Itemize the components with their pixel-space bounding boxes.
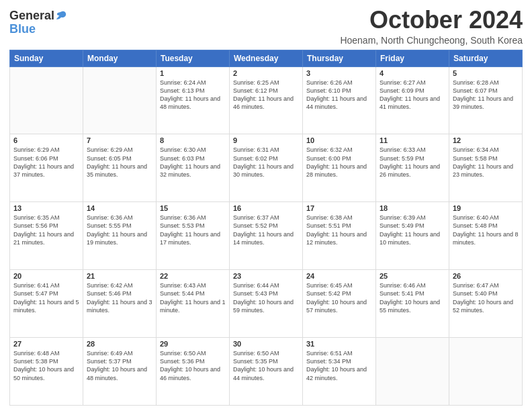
calendar-table: Sunday Monday Tuesday Wednesday Thursday… [9,50,523,406]
calendar-cell-w4-d0: 20Sunrise: 6:41 AM Sunset: 5:47 PM Dayli… [10,270,83,338]
day-info: Sunrise: 6:43 AM Sunset: 5:44 PM Dayligh… [160,281,226,314]
day-info: Sunrise: 6:25 AM Sunset: 6:12 PM Dayligh… [233,79,299,111]
location-title: Hoenam, North Chungcheong, South Korea [340,35,523,46]
day-info: Sunrise: 6:36 AM Sunset: 5:55 PM Dayligh… [87,214,152,246]
day-info: Sunrise: 6:27 AM Sunset: 6:09 PM Dayligh… [380,79,445,111]
day-info: Sunrise: 6:33 AM Sunset: 5:59 PM Dayligh… [380,146,445,179]
day-number: 17 [306,204,372,212]
calendar-cell-w5-d4: 31Sunrise: 6:51 AM Sunset: 5:34 PM Dayli… [303,338,376,406]
day-number: 4 [380,69,445,77]
day-number: 29 [160,340,226,348]
calendar-cell-w5-d6 [449,338,523,406]
calendar-cell-w2-d6: 12Sunrise: 6:34 AM Sunset: 5:58 PM Dayli… [449,134,523,202]
logo-bird-icon [55,9,67,21]
logo-text-blue: Blue [9,22,36,36]
day-info: Sunrise: 6:49 AM Sunset: 5:37 PM Dayligh… [87,349,152,382]
calendar-cell-w1-d5: 4Sunrise: 6:27 AM Sunset: 6:09 PM Daylig… [376,66,449,134]
day-info: Sunrise: 6:28 AM Sunset: 6:07 PM Dayligh… [453,79,519,111]
logo-text-general: General [9,9,54,23]
calendar-cell-w5-d2: 29Sunrise: 6:50 AM Sunset: 5:36 PM Dayli… [157,338,230,406]
calendar-cell-w1-d2: 1Sunrise: 6:24 AM Sunset: 6:13 PM Daylig… [157,66,230,134]
day-info: Sunrise: 6:50 AM Sunset: 5:35 PM Dayligh… [233,349,299,382]
day-number: 10 [306,136,372,144]
month-title: October 2024 [340,7,523,34]
day-info: Sunrise: 6:42 AM Sunset: 5:46 PM Dayligh… [87,281,152,314]
calendar-cell-w2-d5: 11Sunrise: 6:33 AM Sunset: 5:59 PM Dayli… [376,134,449,202]
calendar-cell-w4-d5: 25Sunrise: 6:46 AM Sunset: 5:41 PM Dayli… [376,270,449,338]
col-header-friday: Friday [376,50,449,66]
calendar-cell-w3-d2: 15Sunrise: 6:36 AM Sunset: 5:53 PM Dayli… [157,202,230,270]
day-info: Sunrise: 6:39 AM Sunset: 5:49 PM Dayligh… [380,214,445,246]
col-header-sunday: Sunday [10,50,83,66]
day-info: Sunrise: 6:48 AM Sunset: 5:38 PM Dayligh… [13,349,79,382]
day-number: 3 [306,69,372,77]
day-number: 6 [13,136,79,144]
day-info: Sunrise: 6:41 AM Sunset: 5:47 PM Dayligh… [13,281,79,314]
week-row-1: 1Sunrise: 6:24 AM Sunset: 6:13 PM Daylig… [10,66,523,134]
day-info: Sunrise: 6:45 AM Sunset: 5:42 PM Dayligh… [306,281,372,314]
day-number: 22 [160,272,226,280]
col-header-tuesday: Tuesday [157,50,230,66]
calendar-cell-w4-d2: 22Sunrise: 6:43 AM Sunset: 5:44 PM Dayli… [157,270,230,338]
day-number: 28 [87,340,152,348]
day-number: 27 [13,340,79,348]
day-number: 24 [306,272,372,280]
calendar-cell-w5-d0: 27Sunrise: 6:48 AM Sunset: 5:38 PM Dayli… [10,338,83,406]
calendar-cell-w3-d6: 19Sunrise: 6:40 AM Sunset: 5:48 PM Dayli… [449,202,523,270]
day-info: Sunrise: 6:38 AM Sunset: 5:51 PM Dayligh… [306,214,372,246]
day-number: 26 [453,272,519,280]
day-number: 31 [306,340,372,348]
calendar-cell-w1-d0 [10,66,83,134]
day-info: Sunrise: 6:30 AM Sunset: 6:03 PM Dayligh… [160,146,226,179]
day-number: 20 [13,272,79,280]
col-header-thursday: Thursday [303,50,376,66]
day-info: Sunrise: 6:51 AM Sunset: 5:34 PM Dayligh… [306,349,372,382]
day-number: 2 [233,69,299,77]
day-info: Sunrise: 6:34 AM Sunset: 5:58 PM Dayligh… [453,146,519,179]
day-info: Sunrise: 6:47 AM Sunset: 5:40 PM Dayligh… [453,281,519,314]
day-number: 25 [380,272,445,280]
day-info: Sunrise: 6:40 AM Sunset: 5:48 PM Dayligh… [453,214,519,246]
calendar-cell-w3-d5: 18Sunrise: 6:39 AM Sunset: 5:49 PM Dayli… [376,202,449,270]
day-info: Sunrise: 6:36 AM Sunset: 5:53 PM Dayligh… [160,214,226,246]
calendar-cell-w2-d3: 9Sunrise: 6:31 AM Sunset: 6:02 PM Daylig… [230,134,303,202]
day-number: 12 [453,136,519,144]
day-info: Sunrise: 6:24 AM Sunset: 6:13 PM Dayligh… [160,79,226,111]
calendar-cell-w2-d0: 6Sunrise: 6:29 AM Sunset: 6:06 PM Daylig… [10,134,83,202]
calendar-cell-w4-d6: 26Sunrise: 6:47 AM Sunset: 5:40 PM Dayli… [449,270,523,338]
day-number: 9 [233,136,299,144]
day-number: 14 [87,204,152,212]
day-number: 16 [233,204,299,212]
title-block: October 2024 Hoenam, North Chungcheong, … [340,7,523,46]
calendar-cell-w2-d2: 8Sunrise: 6:30 AM Sunset: 6:03 PM Daylig… [157,134,230,202]
day-number: 30 [233,340,299,348]
calendar-cell-w3-d1: 14Sunrise: 6:36 AM Sunset: 5:55 PM Dayli… [83,202,157,270]
day-info: Sunrise: 6:32 AM Sunset: 6:00 PM Dayligh… [306,146,372,179]
calendar-cell-w1-d6: 5Sunrise: 6:28 AM Sunset: 6:07 PM Daylig… [449,66,523,134]
calendar-cell-w3-d4: 17Sunrise: 6:38 AM Sunset: 5:51 PM Dayli… [303,202,376,270]
day-number: 15 [160,204,226,212]
calendar-cell-w4-d4: 24Sunrise: 6:45 AM Sunset: 5:42 PM Dayli… [303,270,376,338]
calendar-cell-w5-d1: 28Sunrise: 6:49 AM Sunset: 5:37 PM Dayli… [83,338,157,406]
calendar-cell-w1-d1 [83,66,157,134]
col-header-saturday: Saturday [449,50,523,66]
day-info: Sunrise: 6:44 AM Sunset: 5:43 PM Dayligh… [233,281,299,314]
calendar-cell-w2-d4: 10Sunrise: 6:32 AM Sunset: 6:00 PM Dayli… [303,134,376,202]
calendar-header-row: Sunday Monday Tuesday Wednesday Thursday… [10,50,523,66]
calendar-cell-w1-d4: 3Sunrise: 6:26 AM Sunset: 6:10 PM Daylig… [303,66,376,134]
day-number: 18 [380,204,445,212]
day-number: 8 [160,136,226,144]
calendar-cell-w3-d0: 13Sunrise: 6:35 AM Sunset: 5:56 PM Dayli… [10,202,83,270]
col-header-wednesday: Wednesday [230,50,303,66]
day-number: 21 [87,272,152,280]
week-row-3: 13Sunrise: 6:35 AM Sunset: 5:56 PM Dayli… [10,202,523,270]
day-number: 7 [87,136,152,144]
week-row-5: 27Sunrise: 6:48 AM Sunset: 5:38 PM Dayli… [10,338,523,406]
calendar-cell-w1-d3: 2Sunrise: 6:25 AM Sunset: 6:12 PM Daylig… [230,66,303,134]
day-number: 23 [233,272,299,280]
day-number: 1 [160,69,226,77]
day-info: Sunrise: 6:29 AM Sunset: 6:06 PM Dayligh… [13,146,79,179]
week-row-2: 6Sunrise: 6:29 AM Sunset: 6:06 PM Daylig… [10,134,523,202]
day-number: 11 [380,136,445,144]
calendar-cell-w4-d3: 23Sunrise: 6:44 AM Sunset: 5:43 PM Dayli… [230,270,303,338]
